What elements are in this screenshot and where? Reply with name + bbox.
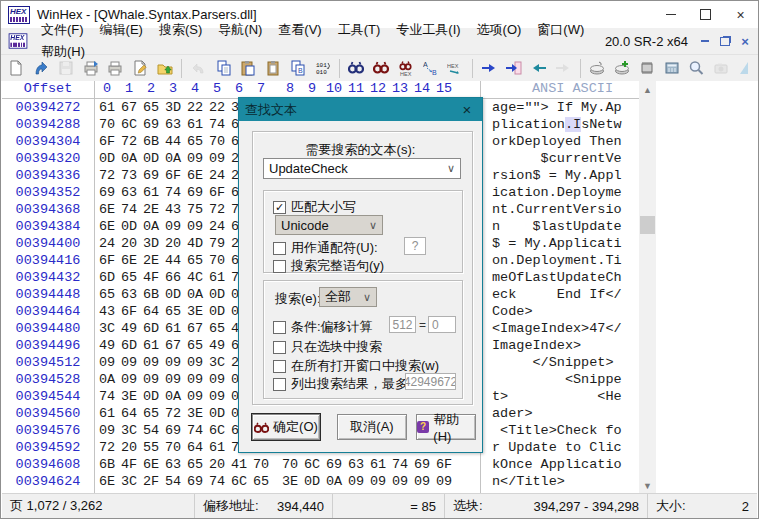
hex-byte[interactable]: 74	[162, 184, 184, 201]
hex-byte[interactable]: 09	[96, 354, 118, 371]
hex-byte[interactable]: 6F	[162, 167, 184, 184]
hex-ascii-text[interactable]: $currentVe	[492, 150, 622, 167]
hex-byte[interactable]: 6E	[96, 218, 118, 235]
copy-hex-icon[interactable]: B	[285, 56, 310, 81]
hex-byte[interactable]: 6B	[96, 456, 118, 473]
hex-byte[interactable]: 65	[140, 405, 162, 422]
hex-byte[interactable]: 09	[118, 371, 140, 388]
block-only-checkbox[interactable]: 只在选块中搜索	[273, 338, 382, 356]
match-case-checkbox[interactable]: ✓ 匹配大小写	[273, 198, 356, 216]
hex-byte[interactable]: 3E	[279, 473, 301, 490]
goto-page-icon[interactable]	[502, 56, 527, 81]
hex-byte[interactable]: 67	[118, 99, 140, 116]
search-text-combobox[interactable]: UpdateCheck ∨	[263, 158, 461, 179]
hex-byte[interactable]: 63	[118, 286, 140, 303]
hex-byte[interactable]: 61	[96, 99, 118, 116]
hex-ascii-text[interactable]: r Update to Clic	[492, 439, 622, 456]
scroll-down-button[interactable]: ▼	[639, 477, 656, 494]
hex-ascii-text[interactable]: nt.CurrentVersio	[492, 201, 622, 218]
hex-byte[interactable]: 55	[140, 439, 162, 456]
hex-byte[interactable]: 6C	[228, 473, 250, 490]
hex-byte[interactable]: 65	[184, 252, 206, 269]
hex-byte[interactable]: 66	[162, 269, 184, 286]
hex-byte[interactable]: 22	[206, 99, 228, 116]
hex-byte[interactable]: 49	[96, 337, 118, 354]
condition-checkbox[interactable]: 条件:偏移计算	[273, 318, 373, 336]
hex-byte[interactable]: 0A	[323, 473, 345, 490]
hex-byte[interactable]: 4F	[118, 456, 140, 473]
menu-item[interactable]: 专业工具(I)	[388, 22, 468, 37]
hex-byte[interactable]: 0A	[184, 286, 206, 303]
hex-byte[interactable]: 65	[206, 320, 228, 337]
goto-offset-icon[interactable]	[477, 56, 502, 81]
find-next-icon[interactable]	[369, 56, 394, 81]
vertical-scrollbar[interactable]: ▲ ▼	[639, 81, 656, 494]
hex-ascii-text[interactable]: <ImageIndex>47</	[492, 320, 622, 337]
menu-item[interactable]: 工具(T)	[330, 22, 389, 37]
hex-ascii-text[interactable]: $ = My.Applicati	[492, 235, 622, 252]
hex-byte[interactable]: 6E	[96, 201, 118, 218]
hex-byte[interactable]: 09	[96, 422, 118, 439]
hex-byte[interactable]: 72	[96, 167, 118, 184]
hex-byte[interactable]: 20	[162, 235, 184, 252]
scope-combobox[interactable]: 全部 ∨	[319, 287, 377, 307]
menu-item[interactable]: 导航(N)	[210, 22, 270, 37]
hex-byte[interactable]: 09	[411, 473, 433, 490]
dialog-close-button[interactable]: ×	[458, 101, 476, 118]
hex-byte[interactable]: 2E	[140, 201, 162, 218]
hex-byte[interactable]: 3C	[118, 473, 140, 490]
clone-disk-icon[interactable]	[610, 56, 635, 81]
checkbox-unchecked-icon[interactable]	[273, 360, 286, 373]
hex-byte[interactable]: 74	[118, 201, 140, 218]
print-setup-icon[interactable]	[78, 56, 103, 81]
hex-byte[interactable]: 65	[250, 473, 272, 490]
hex-ascii-text[interactable]: on.Deployment.Ti	[492, 252, 622, 269]
hex-byte[interactable]: 65	[184, 133, 206, 150]
hex-byte[interactable]: 69	[162, 422, 184, 439]
menu-item[interactable]: 搜索(S)	[151, 22, 210, 37]
hex-byte[interactable]: 09	[206, 388, 228, 405]
hex-byte[interactable]: 09	[206, 371, 228, 388]
hex-byte[interactable]: 61	[206, 439, 228, 456]
hex-ascii-text[interactable]: Code>	[492, 303, 622, 320]
mdi-close-button[interactable]: ×	[736, 32, 754, 50]
checkbox-unchecked-icon[interactable]	[273, 260, 286, 273]
paste-icon[interactable]	[236, 56, 261, 81]
hex-byte[interactable]: 6B	[140, 133, 162, 150]
hex-byte[interactable]: 70	[162, 439, 184, 456]
backup-icon[interactable]	[153, 56, 178, 81]
menu-item[interactable]: 文件(F)	[33, 22, 92, 37]
hex-byte[interactable]: 69	[96, 184, 118, 201]
chevron-down-icon[interactable]: ∨	[363, 291, 376, 304]
open-disk-icon[interactable]	[585, 56, 610, 81]
hex-ascii-text[interactable]: n</Title>	[492, 473, 622, 490]
hex-byte[interactable]: 3D	[162, 99, 184, 116]
mdi-restore-button[interactable]	[716, 32, 734, 50]
hex-byte[interactable]: 6E	[140, 456, 162, 473]
hex-byte[interactable]: 3C	[118, 422, 140, 439]
hex-byte[interactable]: 69	[140, 116, 162, 133]
scrollbar-thumb[interactable]	[640, 216, 655, 234]
new-file-icon[interactable]	[4, 56, 29, 81]
hex-byte[interactable]: 54	[140, 422, 162, 439]
back-icon[interactable]	[526, 56, 551, 81]
max-results-field[interactable]: 42949672	[405, 373, 456, 390]
hex-byte[interactable]: 0D	[118, 218, 140, 235]
hex-byte[interactable]: 09	[118, 354, 140, 371]
hex-byte[interactable]: 6D	[140, 320, 162, 337]
hex-byte[interactable]: 41	[228, 456, 250, 473]
hex-byte[interactable]: 74	[96, 388, 118, 405]
hex-byte[interactable]: 6B	[140, 286, 162, 303]
chevron-down-icon[interactable]: ∨	[369, 219, 382, 232]
hex-byte[interactable]: 6E	[184, 167, 206, 184]
clipboard-icon[interactable]	[261, 56, 286, 81]
hex-ascii-text[interactable]: n $lastUpdate	[492, 218, 622, 235]
hex-ascii-text[interactable]: eck End If</	[492, 286, 622, 303]
hex-byte[interactable]: 61	[140, 337, 162, 354]
hex-byte[interactable]: 6C	[118, 116, 140, 133]
hex-byte[interactable]: 61	[162, 320, 184, 337]
hex-byte[interactable]: 09	[367, 473, 389, 490]
magnifier-icon[interactable]	[684, 56, 709, 81]
hex-byte[interactable]: 3C	[96, 320, 118, 337]
close-button[interactable]: ×	[723, 1, 758, 28]
